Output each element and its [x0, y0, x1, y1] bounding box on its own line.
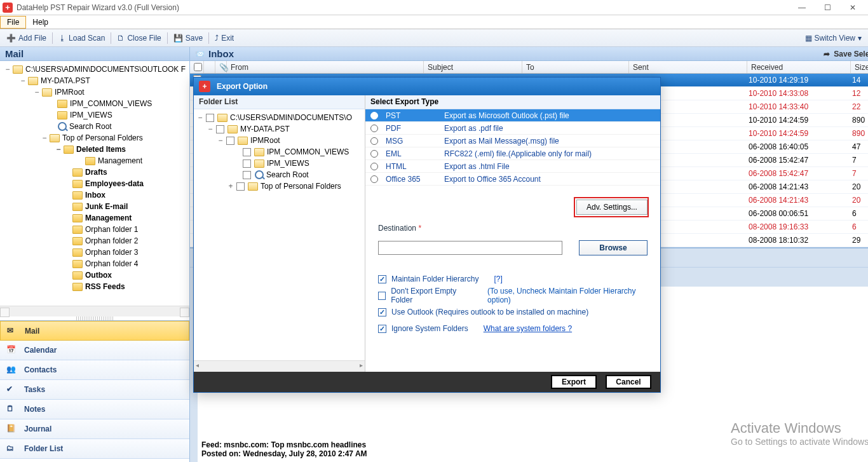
tree-node[interactable]: Orphan folder 2: [0, 235, 189, 247]
tree-node[interactable]: Orphan folder 1: [0, 224, 189, 235]
nav-notes[interactable]: 🗒Notes: [0, 400, 189, 419]
system-folders-link[interactable]: What are system folders ?: [484, 324, 572, 333]
add-file-button[interactable]: ➕Add File: [3, 32, 50, 44]
tree-node[interactable]: IPM_VIEWS: [0, 109, 189, 121]
export-format-msg[interactable]: MSGExport as Mail Message(.msg) file: [365, 135, 660, 147]
tree-node[interactable]: Outbox: [0, 269, 189, 281]
opt-ignore-system[interactable]: Ignore System FoldersWhat are system fol…: [378, 320, 648, 337]
plus-icon: ➕: [6, 34, 16, 43]
folder-list-panel: Folder List −C:\USERS\ADMIN\DOCUMENTS\O−…: [194, 95, 365, 372]
export-format-pst[interactable]: PSTExport as Microsoft Outlook (.pst) fi…: [365, 109, 660, 122]
col-flag[interactable]: [204, 61, 215, 73]
nav-section: ✉Mail📅Calendar👥Contacts✔Tasks🗒Notes📔Jour…: [0, 320, 189, 459]
export-tree-node[interactable]: −C:\USERS\ADMIN\DOCUMENTS\O: [195, 112, 363, 123]
tree-node[interactable]: Management: [0, 212, 189, 224]
folder-list-header: Folder List: [194, 95, 365, 109]
browse-button[interactable]: Browse: [579, 240, 648, 255]
dialog-title: + Export Option: [194, 78, 660, 95]
nav-folder-list[interactable]: 🗂Folder List: [0, 439, 189, 459]
export-icon: ➦: [824, 50, 830, 58]
export-tree-node[interactable]: −IPMRoot: [195, 135, 363, 146]
tree-node[interactable]: −Deleted Items: [0, 144, 189, 155]
tree-node[interactable]: −MY-DATA.PST: [0, 75, 189, 86]
select-export-type-header: Select Export Type: [365, 95, 660, 109]
folder-tree[interactable]: −C:\USERS\ADMIN\DOCUMENTS\OUTLOOK F−MY-D…: [0, 61, 189, 306]
radio-icon: [370, 112, 378, 119]
exit-button[interactable]: ⤴Exit: [211, 32, 238, 44]
close-file-icon: 🗋: [117, 34, 125, 43]
tree-node[interactable]: Junk E-mail: [0, 201, 189, 212]
tree-node[interactable]: Drafts: [0, 166, 189, 178]
grid-icon: ▦: [805, 34, 812, 43]
nav-mail[interactable]: ✉Mail: [0, 321, 189, 341]
col-from[interactable]: From: [227, 61, 424, 73]
nav-journal[interactable]: 📔Journal: [0, 419, 189, 439]
destination-input[interactable]: [378, 241, 562, 255]
save-selected-button[interactable]: ➦Save Selected: [824, 50, 868, 58]
col-size[interactable]: Size(KB): [851, 61, 868, 73]
export-tree-node[interactable]: IPM_COMMON_VIEWS: [195, 146, 363, 158]
menu-help[interactable]: Help: [26, 17, 55, 28]
minimize-button[interactable]: —: [789, 0, 815, 15]
export-format-pdf[interactable]: PDFExport as .pdf file: [365, 122, 660, 135]
col-sent[interactable]: Sent: [629, 61, 747, 73]
cancel-button[interactable]: Cancel: [606, 375, 651, 389]
tree-node[interactable]: −C:\USERS\ADMIN\DOCUMENTS\OUTLOOK F: [0, 64, 189, 75]
tree-node[interactable]: RSS Feeds: [0, 281, 189, 292]
export-tree-node[interactable]: Search Root: [195, 169, 363, 180]
modal-scrollbar[interactable]: [194, 360, 365, 372]
chevron-down-icon: ▾: [858, 34, 862, 43]
select-all-checkbox[interactable]: [194, 63, 202, 71]
col-received[interactable]: Received: [747, 61, 851, 73]
export-tree-node[interactable]: IPM_VIEWS: [195, 158, 363, 169]
adv-settings-button[interactable]: Adv. Settings...: [576, 200, 648, 215]
radio-icon: [370, 150, 378, 158]
tree-node[interactable]: IPM_COMMON_VIEWS: [0, 98, 189, 109]
close-button[interactable]: ✕: [840, 0, 865, 15]
radio-icon: [370, 175, 378, 183]
export-options-panel: Select Export Type PSTExport as Microsof…: [365, 95, 660, 372]
col-subject[interactable]: Subject: [424, 61, 522, 73]
nav-icon: ✔: [6, 384, 18, 395]
adv-settings-highlight: Adv. Settings...: [574, 197, 649, 217]
load-scan-button[interactable]: ⭳Load Scan: [55, 32, 109, 44]
maximize-button[interactable]: ☐: [815, 0, 840, 15]
col-attach[interactable]: 📎: [215, 61, 227, 73]
menu-file[interactable]: File: [0, 16, 26, 29]
export-tree-node[interactable]: +Top of Personal Folders: [195, 180, 363, 192]
tree-node[interactable]: Search Root: [0, 121, 189, 132]
tree-node[interactable]: Employees-data: [0, 178, 189, 189]
opt-use-outlook[interactable]: Use Outlook (Requires outlook to be inst…: [378, 304, 648, 320]
help-icon[interactable]: [?]: [494, 275, 502, 283]
tree-node[interactable]: Orphan folder 4: [0, 258, 189, 269]
radio-icon: [370, 163, 378, 170]
export-format-html[interactable]: HTMLExport as .html File: [365, 160, 660, 173]
opt-dont-export-empty[interactable]: Don't Export Empty Folder (To use, Unche…: [378, 287, 648, 304]
opt-maintain-hierarchy[interactable]: Maintain Folder Hierarchy[?]: [378, 271, 648, 287]
tree-node[interactable]: Inbox: [0, 189, 189, 201]
radio-icon: [370, 125, 378, 132]
left-panel: Mail −C:\USERS\ADMIN\DOCUMENTS\OUTLOOK F…: [0, 47, 190, 462]
save-button[interactable]: 💾Save: [170, 32, 207, 44]
export-button[interactable]: Export: [551, 375, 597, 389]
tree-node[interactable]: Management: [0, 155, 189, 166]
nav-icon: 🗂: [6, 444, 18, 454]
nav-tasks[interactable]: ✔Tasks: [0, 380, 189, 400]
export-format-office-365[interactable]: Office 365Export to Office 365 Account: [365, 173, 660, 186]
nav-calendar[interactable]: 📅Calendar: [0, 341, 189, 360]
export-tree-node[interactable]: −MY-DATA.PST: [195, 123, 363, 135]
horizontal-scrollbar[interactable]: [0, 306, 189, 316]
nav-contacts[interactable]: 👥Contacts: [0, 360, 189, 380]
tree-node[interactable]: Orphan folder 3: [0, 247, 189, 258]
tree-node[interactable]: −IPMRoot: [0, 86, 189, 98]
download-icon: ⭳: [58, 34, 66, 43]
inbox-header: 📨 Inbox ➦Save Selected: [190, 47, 868, 61]
close-file-button[interactable]: 🗋Close File: [113, 32, 165, 44]
switch-view-button[interactable]: ▦Switch View ▾: [801, 32, 865, 44]
export-folder-tree[interactable]: −C:\USERS\ADMIN\DOCUMENTS\O−MY-DATA.PST−…: [194, 109, 365, 360]
mail-header: Mail: [0, 47, 189, 61]
col-to[interactable]: To: [522, 61, 629, 73]
export-format-eml[interactable]: EMLRFC822 (.eml) file.(Applicable only f…: [365, 147, 660, 160]
tree-node[interactable]: −Top of Personal Folders: [0, 132, 189, 144]
col-check[interactable]: [190, 61, 204, 73]
